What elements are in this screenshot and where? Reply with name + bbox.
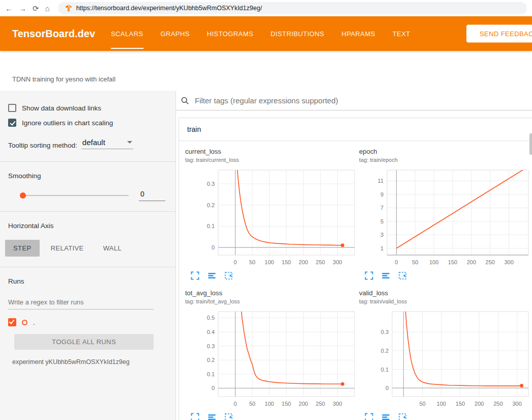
- svg-text:0.1: 0.1: [207, 371, 215, 377]
- chart-title: valid_loss: [359, 289, 532, 298]
- chart-toolbar: [365, 271, 532, 281]
- runs-filter-input[interactable]: [8, 295, 154, 310]
- ignore-outliers-label: Ignore outliers in chart scaling: [22, 119, 113, 127]
- fit-domain-icon[interactable]: [398, 413, 407, 420]
- line-chart-epoch[interactable]: 0501001502002503001357911: [359, 169, 530, 268]
- app-header: TensorBoard.dev SCALARSGRAPHSHISTOGRAMSD…: [0, 16, 532, 51]
- tab-hparams[interactable]: HPARAMS: [333, 16, 384, 51]
- tab-histograms[interactable]: HISTOGRAMS: [198, 16, 262, 51]
- axis-button-step[interactable]: STEP: [5, 240, 40, 257]
- divider: [0, 267, 175, 267]
- svg-text:300: 300: [333, 259, 342, 265]
- chevron-down-icon: [127, 141, 132, 144]
- fullscreen-icon[interactable]: [191, 413, 200, 420]
- tab-distributions[interactable]: DISTRIBUTIONS: [262, 16, 333, 51]
- home-icon[interactable]: ⌂: [45, 5, 50, 12]
- svg-text:100: 100: [429, 259, 438, 265]
- browser-toolbar: ← → ⟳ ⌂ https://tensorboard.dev/experime…: [0, 0, 532, 16]
- scrollbar-thumb[interactable]: [529, 133, 532, 155]
- svg-text:0.2: 0.2: [381, 348, 389, 354]
- show-download-links-checkbox-row[interactable]: Show data download links: [8, 104, 167, 112]
- svg-text:0.2: 0.2: [207, 357, 215, 363]
- content: Show data download links Ignore outliers…: [0, 91, 532, 420]
- smoothing-value-field[interactable]: 0: [139, 190, 165, 201]
- svg-text:100: 100: [264, 259, 274, 265]
- log-scale-icon[interactable]: [208, 413, 217, 420]
- svg-text:0: 0: [233, 259, 237, 265]
- nav-tabs: SCALARSGRAPHSHISTOGRAMSDISTRIBUTIONSHPAR…: [102, 16, 419, 51]
- horizontal-axis-buttons: STEPRELATIVEWALL: [5, 240, 167, 257]
- svg-text:50: 50: [249, 401, 255, 407]
- divider: [0, 161, 175, 162]
- url-text: https://tensorboard.dev/experiment/yKUbh…: [76, 5, 262, 12]
- svg-text:3: 3: [380, 232, 383, 238]
- log-scale-icon[interactable]: [208, 271, 217, 281]
- svg-text:250: 250: [493, 401, 503, 407]
- svg-text:11: 11: [378, 178, 383, 184]
- svg-text:150: 150: [448, 259, 457, 265]
- toggle-all-runs-button[interactable]: TOGGLE ALL RUNS: [14, 334, 154, 350]
- horizontal-axis-label: Horizontal Axis: [8, 222, 167, 230]
- fit-domain-icon[interactable]: [398, 271, 407, 281]
- tab-graphs[interactable]: GRAPHS: [152, 16, 198, 51]
- svg-text:5: 5: [380, 218, 383, 225]
- fullscreen-icon[interactable]: [365, 413, 374, 420]
- chart-card-valid_loss: valid_losstag: train/valid_loss501001502…: [359, 289, 532, 420]
- smoothing-slider-row: 0: [21, 190, 165, 201]
- ignore-outliers-checkbox-row[interactable]: Ignore outliers in chart scaling: [8, 119, 167, 127]
- chart-toolbar: [191, 271, 359, 281]
- line-chart-current_loss[interactable]: 05010015020025030000.10.20.3: [185, 169, 356, 268]
- svg-text:50: 50: [412, 259, 418, 265]
- svg-text:9: 9: [380, 191, 383, 198]
- svg-text:0: 0: [233, 401, 237, 407]
- chart-toolbar: [365, 413, 532, 420]
- svg-text:0: 0: [212, 244, 215, 250]
- svg-text:1: 1: [380, 245, 383, 251]
- chart-title: current_loss: [185, 147, 359, 156]
- svg-text:0.1: 0.1: [381, 367, 389, 373]
- fullscreen-icon[interactable]: [191, 271, 200, 281]
- tooltip-sorting-select[interactable]: default: [81, 138, 133, 149]
- smoothing-slider-thumb[interactable]: [20, 192, 26, 199]
- line-chart-tot_avg_loss[interactable]: 05010015020025030000.10.20.30.40.5: [185, 310, 356, 410]
- chart-tag: tag: train/valid_loss: [359, 298, 532, 305]
- run-checkbox-checked-icon: [8, 318, 16, 326]
- svg-text:0: 0: [395, 259, 398, 265]
- smoothing-slider[interactable]: [21, 195, 129, 196]
- tab-scalars[interactable]: SCALARS: [102, 16, 152, 51]
- fit-domain-icon[interactable]: [224, 271, 233, 281]
- svg-text:150: 150: [282, 259, 291, 265]
- chart-grid: current_losstag: train/current_loss05010…: [179, 141, 532, 420]
- chart-title: tot_avg_loss: [185, 289, 359, 298]
- svg-text:100: 100: [437, 401, 446, 407]
- address-bar[interactable]: https://tensorboard.dev/experiment/yKUbh…: [58, 2, 527, 14]
- svg-text:50: 50: [419, 401, 425, 407]
- axis-button-wall[interactable]: WALL: [95, 240, 130, 257]
- svg-text:0: 0: [386, 385, 389, 391]
- reload-icon[interactable]: ⟳: [33, 5, 39, 12]
- send-feedback-button[interactable]: SEND FEEDBACK: [466, 25, 532, 43]
- experiment-note: experiment yKUbhb5wRmOSXYkId1z9eg: [12, 358, 167, 366]
- chart-tag: tag: train/tot_avg_loss: [185, 298, 359, 305]
- back-icon[interactable]: ←: [5, 5, 13, 12]
- svg-text:200: 200: [475, 401, 484, 407]
- forward-icon[interactable]: →: [19, 5, 26, 12]
- tab-text[interactable]: TEXT: [384, 16, 419, 51]
- fullscreen-icon[interactable]: [365, 271, 374, 281]
- line-chart-valid_loss[interactable]: 5010015020025030000.10.20.3: [359, 310, 530, 410]
- filter-tags-row: [176, 91, 532, 110]
- log-scale-icon[interactable]: [381, 413, 391, 420]
- svg-text:0.3: 0.3: [381, 329, 389, 335]
- log-scale-icon[interactable]: [381, 271, 391, 281]
- chart-tag: tag: train/epoch: [359, 156, 532, 163]
- run-color-swatch-icon: [22, 320, 27, 325]
- run-row[interactable]: .: [8, 318, 167, 326]
- fit-domain-icon[interactable]: [224, 413, 233, 420]
- axis-button-relative[interactable]: RELATIVE: [43, 240, 92, 257]
- svg-text:300: 300: [504, 259, 513, 265]
- svg-text:0.4: 0.4: [207, 329, 215, 335]
- filter-tags-input[interactable]: [194, 96, 532, 105]
- svg-text:0.3: 0.3: [207, 181, 215, 187]
- brand-logo[interactable]: TensorBoard.dev: [12, 28, 95, 40]
- train-section-header[interactable]: train: [179, 118, 532, 141]
